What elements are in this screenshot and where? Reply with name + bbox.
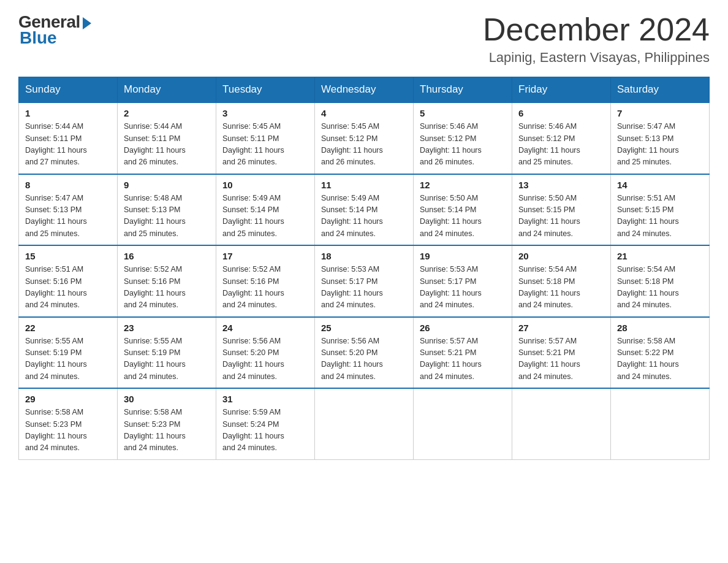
day-info: Sunrise: 5:52 AMSunset: 5:16 PMDaylight:… — [222, 264, 308, 312]
calendar-table: SundayMondayTuesdayWednesdayThursdayFrid… — [18, 77, 710, 460]
title-area: December 2024 Lapinig, Eastern Visayas, … — [483, 12, 710, 66]
day-info: Sunrise: 5:55 AMSunset: 5:19 PMDaylight:… — [124, 335, 210, 383]
day-info: Sunrise: 5:47 AMSunset: 5:13 PMDaylight:… — [617, 121, 703, 169]
day-info: Sunrise: 5:57 AMSunset: 5:21 PMDaylight:… — [420, 335, 506, 383]
day-info: Sunrise: 5:53 AMSunset: 5:17 PMDaylight:… — [321, 264, 407, 312]
day-number: 25 — [321, 323, 407, 333]
day-info: Sunrise: 5:58 AMSunset: 5:23 PMDaylight:… — [124, 407, 210, 454]
day-number: 16 — [124, 251, 210, 261]
location-title: Lapinig, Eastern Visayas, Philippines — [483, 50, 710, 66]
day-number: 17 — [222, 251, 308, 261]
day-number: 1 — [25, 108, 111, 118]
day-info: Sunrise: 5:54 AMSunset: 5:18 PMDaylight:… — [518, 264, 604, 312]
day-info: Sunrise: 5:44 AMSunset: 5:11 PMDaylight:… — [124, 121, 210, 169]
calendar-cell — [512, 388, 611, 459]
calendar-cell: 16Sunrise: 5:52 AMSunset: 5:16 PMDayligh… — [118, 245, 216, 317]
calendar-cell: 23Sunrise: 5:55 AMSunset: 5:19 PMDayligh… — [118, 317, 216, 389]
day-number: 3 — [222, 108, 308, 118]
day-info: Sunrise: 5:49 AMSunset: 5:14 PMDaylight:… — [222, 193, 308, 240]
col-header-thursday: Thursday — [414, 77, 512, 103]
header-row: SundayMondayTuesdayWednesdayThursdayFrid… — [19, 77, 710, 103]
day-number: 15 — [25, 251, 111, 261]
col-header-sunday: Sunday — [19, 77, 118, 103]
day-number: 26 — [420, 323, 506, 333]
col-header-friday: Friday — [512, 77, 611, 103]
day-info: Sunrise: 5:58 AMSunset: 5:23 PMDaylight:… — [25, 407, 111, 454]
day-number: 11 — [321, 180, 407, 190]
calendar-cell: 30Sunrise: 5:58 AMSunset: 5:23 PMDayligh… — [118, 388, 216, 459]
week-row-1: 1Sunrise: 5:44 AMSunset: 5:11 PMDaylight… — [19, 102, 710, 174]
day-info: Sunrise: 5:45 AMSunset: 5:12 PMDaylight:… — [321, 121, 407, 169]
day-number: 10 — [222, 180, 308, 190]
day-number: 5 — [420, 108, 506, 118]
day-number: 21 — [617, 251, 703, 261]
day-info: Sunrise: 5:54 AMSunset: 5:18 PMDaylight:… — [617, 264, 703, 312]
calendar-cell: 31Sunrise: 5:59 AMSunset: 5:24 PMDayligh… — [216, 388, 315, 459]
day-info: Sunrise: 5:57 AMSunset: 5:21 PMDaylight:… — [518, 335, 604, 383]
day-info: Sunrise: 5:46 AMSunset: 5:12 PMDaylight:… — [518, 121, 604, 169]
calendar-cell: 19Sunrise: 5:53 AMSunset: 5:17 PMDayligh… — [414, 245, 512, 317]
day-number: 22 — [25, 323, 111, 333]
day-info: Sunrise: 5:51 AMSunset: 5:16 PMDaylight:… — [25, 264, 111, 312]
day-info: Sunrise: 5:55 AMSunset: 5:19 PMDaylight:… — [25, 335, 111, 383]
day-info: Sunrise: 5:56 AMSunset: 5:20 PMDaylight:… — [321, 335, 407, 383]
calendar-cell: 15Sunrise: 5:51 AMSunset: 5:16 PMDayligh… — [19, 245, 118, 317]
day-info: Sunrise: 5:50 AMSunset: 5:15 PMDaylight:… — [518, 193, 604, 240]
day-info: Sunrise: 5:49 AMSunset: 5:14 PMDaylight:… — [321, 193, 407, 240]
calendar-cell: 20Sunrise: 5:54 AMSunset: 5:18 PMDayligh… — [512, 245, 611, 317]
day-number: 12 — [420, 180, 506, 190]
calendar-cell: 27Sunrise: 5:57 AMSunset: 5:21 PMDayligh… — [512, 317, 611, 389]
logo-blue-text: Blue — [20, 28, 57, 48]
calendar-cell: 18Sunrise: 5:53 AMSunset: 5:17 PMDayligh… — [315, 245, 414, 317]
calendar-cell: 21Sunrise: 5:54 AMSunset: 5:18 PMDayligh… — [611, 245, 710, 317]
week-row-2: 8Sunrise: 5:47 AMSunset: 5:13 PMDaylight… — [19, 174, 710, 246]
week-row-3: 15Sunrise: 5:51 AMSunset: 5:16 PMDayligh… — [19, 245, 710, 317]
day-number: 29 — [25, 394, 111, 404]
day-number: 7 — [617, 108, 703, 118]
calendar-cell: 14Sunrise: 5:51 AMSunset: 5:15 PMDayligh… — [611, 174, 710, 246]
day-info: Sunrise: 5:50 AMSunset: 5:14 PMDaylight:… — [420, 193, 506, 240]
day-info: Sunrise: 5:45 AMSunset: 5:11 PMDaylight:… — [222, 121, 308, 169]
day-info: Sunrise: 5:51 AMSunset: 5:15 PMDaylight:… — [617, 193, 703, 240]
day-number: 20 — [518, 251, 604, 261]
day-info: Sunrise: 5:56 AMSunset: 5:20 PMDaylight:… — [222, 335, 308, 383]
calendar-cell: 1Sunrise: 5:44 AMSunset: 5:11 PMDaylight… — [19, 102, 118, 174]
col-header-saturday: Saturday — [611, 77, 710, 103]
day-number: 4 — [321, 108, 407, 118]
header: General Blue December 2024 Lapinig, East… — [18, 12, 710, 66]
day-info: Sunrise: 5:58 AMSunset: 5:22 PMDaylight:… — [617, 335, 703, 383]
calendar-cell: 3Sunrise: 5:45 AMSunset: 5:11 PMDaylight… — [216, 102, 315, 174]
calendar-cell: 5Sunrise: 5:46 AMSunset: 5:12 PMDaylight… — [414, 102, 512, 174]
day-number: 18 — [321, 251, 407, 261]
day-number: 14 — [617, 180, 703, 190]
calendar-cell: 17Sunrise: 5:52 AMSunset: 5:16 PMDayligh… — [216, 245, 315, 317]
calendar-cell: 22Sunrise: 5:55 AMSunset: 5:19 PMDayligh… — [19, 317, 118, 389]
calendar-cell: 6Sunrise: 5:46 AMSunset: 5:12 PMDaylight… — [512, 102, 611, 174]
calendar-cell: 26Sunrise: 5:57 AMSunset: 5:21 PMDayligh… — [414, 317, 512, 389]
logo-triangle-icon — [83, 17, 91, 29]
day-number: 19 — [420, 251, 506, 261]
calendar-cell — [611, 388, 710, 459]
calendar-cell: 13Sunrise: 5:50 AMSunset: 5:15 PMDayligh… — [512, 174, 611, 246]
day-number: 27 — [518, 323, 604, 333]
calendar-cell: 4Sunrise: 5:45 AMSunset: 5:12 PMDaylight… — [315, 102, 414, 174]
week-row-4: 22Sunrise: 5:55 AMSunset: 5:19 PMDayligh… — [19, 317, 710, 389]
day-number: 13 — [518, 180, 604, 190]
day-number: 8 — [25, 180, 111, 190]
calendar-cell: 29Sunrise: 5:58 AMSunset: 5:23 PMDayligh… — [19, 388, 118, 459]
day-info: Sunrise: 5:52 AMSunset: 5:16 PMDaylight:… — [124, 264, 210, 312]
day-info: Sunrise: 5:59 AMSunset: 5:24 PMDaylight:… — [222, 407, 308, 454]
calendar-cell — [315, 388, 414, 459]
calendar-cell: 28Sunrise: 5:58 AMSunset: 5:22 PMDayligh… — [611, 317, 710, 389]
day-number: 6 — [518, 108, 604, 118]
day-info: Sunrise: 5:46 AMSunset: 5:12 PMDaylight:… — [420, 121, 506, 169]
calendar-cell — [414, 388, 512, 459]
day-number: 31 — [222, 394, 308, 404]
calendar-cell: 9Sunrise: 5:48 AMSunset: 5:13 PMDaylight… — [118, 174, 216, 246]
calendar-cell: 7Sunrise: 5:47 AMSunset: 5:13 PMDaylight… — [611, 102, 710, 174]
calendar-cell: 12Sunrise: 5:50 AMSunset: 5:14 PMDayligh… — [414, 174, 512, 246]
day-number: 30 — [124, 394, 210, 404]
calendar-cell: 24Sunrise: 5:56 AMSunset: 5:20 PMDayligh… — [216, 317, 315, 389]
week-row-5: 29Sunrise: 5:58 AMSunset: 5:23 PMDayligh… — [19, 388, 710, 459]
day-number: 23 — [124, 323, 210, 333]
